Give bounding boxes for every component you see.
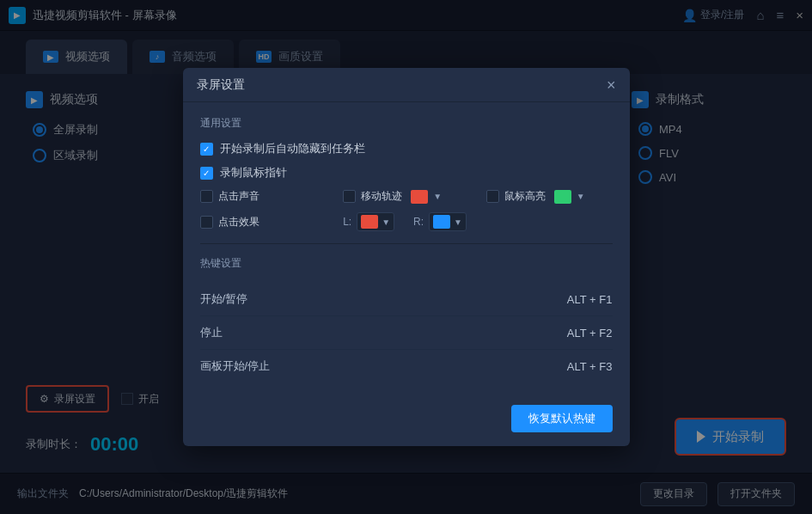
hotkeys-section-label: 热键设置 [200, 256, 613, 271]
hotkey-stop: 停止 ALT + F2 [200, 316, 613, 350]
hotkey-start-pause-value: ALT + F1 [567, 293, 613, 306]
dialog-close-button[interactable]: × [607, 77, 616, 93]
hotkey-stop-name: 停止 [200, 325, 567, 340]
lr-left-label: L: [343, 216, 351, 228]
click-sound-label: 点击声音 [218, 189, 259, 204]
mouse-glow-dropdown[interactable]: ▼ [577, 192, 585, 201]
move-track-option: 移动轨迹 ▼ [343, 189, 469, 204]
hotkey-start-pause-name: 开始/暂停 [200, 291, 567, 307]
click-effect-checkbox[interactable] [200, 216, 213, 229]
lr-right-dropdown[interactable]: ▼ [454, 217, 462, 227]
click-sound-checkbox[interactable] [200, 190, 213, 203]
auto-hide-checkbox[interactable] [200, 143, 213, 156]
click-effect-option: 点击效果 [200, 212, 327, 231]
dialog-header: 录屏设置 × [183, 68, 630, 102]
move-track-dropdown[interactable]: ▼ [433, 192, 442, 201]
mouse-glow-checkbox[interactable] [486, 190, 499, 203]
record-mouse-label: 录制鼠标指针 [220, 165, 287, 181]
dialog-body: 通用设置 开始录制后自动隐藏到任务栏 录制鼠标指针 点击声音 移动轨 [183, 102, 630, 446]
hotkey-start-pause: 开始/暂停 ALT + F1 [200, 283, 613, 316]
hotkey-screen-name: 画板开始/停止 [200, 358, 567, 374]
restore-hotkey-button[interactable]: 恢复默认热键 [511, 405, 613, 432]
mouse-glow-option: 鼠标高亮 ▼ [486, 189, 613, 204]
hotkey-stop-value: ALT + F2 [567, 327, 613, 340]
dialog: 录屏设置 × 通用设置 开始录制后自动隐藏到任务栏 录制鼠标指针 点击声音 [183, 68, 630, 446]
hotkey-screen: 画板开始/停止 ALT + F3 [200, 350, 613, 382]
mouse-options-grid: 点击声音 移动轨迹 ▼ 鼠标高亮 ▼ [200, 189, 613, 231]
lr-colors-option: L: ▼ R: ▼ [343, 212, 612, 231]
move-track-color[interactable] [411, 190, 428, 204]
auto-hide-row: 开始录制后自动隐藏到任务栏 [200, 141, 613, 156]
move-track-label: 移动轨迹 [361, 189, 402, 204]
mouse-glow-color[interactable] [554, 190, 571, 204]
general-section-label: 通用设置 [200, 116, 613, 131]
move-track-checkbox[interactable] [343, 190, 356, 203]
lr-left-dropdown[interactable]: ▼ [382, 217, 390, 227]
lr-right-label: R: [413, 216, 424, 228]
click-effect-label: 点击效果 [218, 215, 259, 229]
record-mouse-checkbox[interactable] [200, 167, 213, 180]
click-sound-option: 点击声音 [200, 189, 327, 204]
lr-right-color [433, 215, 450, 229]
lr-left-color [361, 215, 378, 229]
lr-right-color-btn[interactable]: ▼ [429, 212, 467, 231]
hotkey-screen-value: ALT + F3 [567, 360, 613, 373]
dialog-divider [200, 243, 613, 244]
lr-left-color-btn[interactable]: ▼ [357, 212, 394, 231]
record-mouse-row: 录制鼠标指针 [200, 165, 613, 181]
dialog-title: 录屏设置 [197, 77, 607, 93]
dialog-overlay: 录屏设置 × 通用设置 开始录制后自动隐藏到任务栏 录制鼠标指针 点击声音 [0, 0, 812, 514]
auto-hide-label: 开始录制后自动隐藏到任务栏 [220, 141, 365, 156]
mouse-glow-label: 鼠标高亮 [504, 189, 546, 204]
